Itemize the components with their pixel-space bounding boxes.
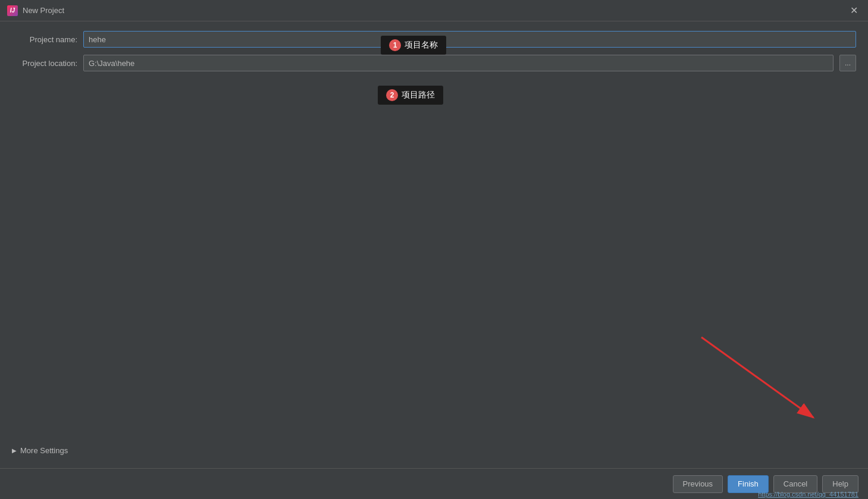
project-location-label: Project location: xyxy=(12,59,77,68)
new-project-dialog: IJ New Project ✕ Project name: 1项目名称 Pro… xyxy=(0,0,868,499)
project-location-row: Project location: ... 2项目路径 xyxy=(12,55,856,71)
chevron-right-icon: ▶ xyxy=(12,447,17,454)
project-name-input[interactable] xyxy=(83,31,856,48)
more-settings-toggle[interactable]: ▶ More Settings xyxy=(12,442,856,459)
dialog-title: New Project xyxy=(23,6,64,15)
project-location-input[interactable] xyxy=(83,55,833,71)
dialog-footer: Previous Finish Cancel Help https://blog… xyxy=(0,468,868,499)
app-icon: IJ xyxy=(7,5,18,16)
title-bar: IJ New Project ✕ xyxy=(0,0,868,21)
callout-badge-1: 1 xyxy=(389,39,401,51)
close-button[interactable]: ✕ xyxy=(847,4,861,18)
project-name-row: Project name: 1项目名称 xyxy=(12,31,856,48)
callout-project-name: 1项目名称 xyxy=(381,36,446,55)
main-content-area xyxy=(12,79,856,435)
cancel-button[interactable]: Cancel xyxy=(773,475,817,493)
callout-badge-2: 2 xyxy=(386,89,398,101)
more-settings-label: More Settings xyxy=(20,446,68,455)
callout-project-location: 2项目路径 xyxy=(378,86,443,105)
previous-button[interactable]: Previous xyxy=(673,475,723,493)
dialog-body: Project name: 1项目名称 Project location: ..… xyxy=(0,21,868,468)
browse-button[interactable]: ... xyxy=(839,55,856,71)
project-name-label: Project name: xyxy=(12,35,77,44)
help-button[interactable]: Help xyxy=(822,475,858,493)
finish-button[interactable]: Finish xyxy=(728,475,769,493)
title-bar-left: IJ New Project xyxy=(7,5,64,16)
footer-url: https://blog.csdn.net/qq_44151781 xyxy=(758,491,858,498)
